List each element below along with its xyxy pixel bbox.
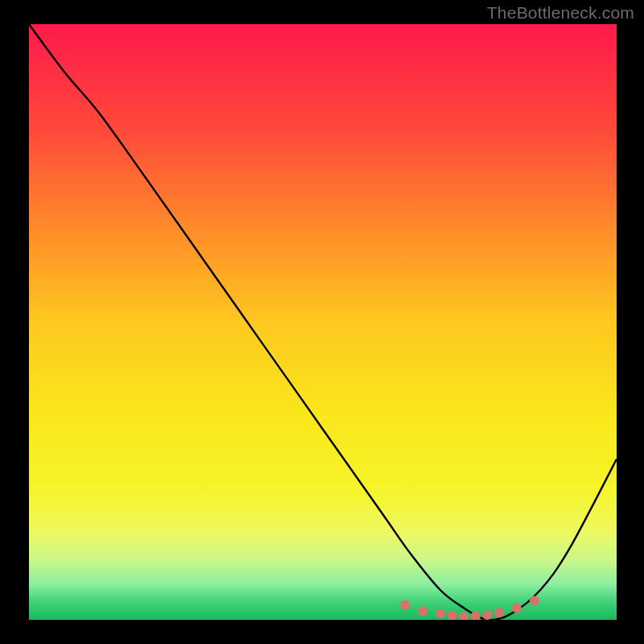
trough-dot xyxy=(418,606,427,616)
trough-dot xyxy=(459,612,469,620)
trough-dot xyxy=(494,608,504,617)
trough-dots-group xyxy=(400,596,539,620)
watermark-text: TheBottleneck.com xyxy=(487,3,634,23)
trough-dot xyxy=(436,609,445,619)
chart-frame: TheBottleneck.com xyxy=(0,0,644,644)
trough-dot xyxy=(512,603,522,613)
trough-dot xyxy=(530,596,539,605)
trough-dot xyxy=(400,601,410,610)
bottleneck-curve-path xyxy=(29,24,617,620)
trough-dot xyxy=(448,611,457,620)
bottleneck-curve-svg xyxy=(29,24,617,620)
trough-dot xyxy=(482,610,492,620)
